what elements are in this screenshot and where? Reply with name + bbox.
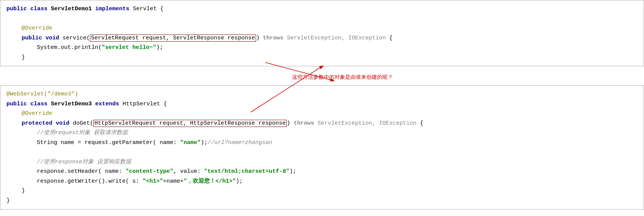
line-doget-method: protected void doGet(HttpServletRequest …: [6, 119, 638, 128]
arrow-area: 这些方法参数中的对象是由谁来创建的呢？: [0, 66, 644, 85]
line-close3: }: [6, 196, 638, 206]
line-class-decl: public class ServletDemo1 implements Ser…: [6, 4, 638, 14]
line-override1: @Override: [6, 23, 638, 33]
line-webservlet: @WebServlet("/demo3"): [6, 89, 638, 99]
line-close1: }: [6, 53, 638, 63]
line-comment-response: //使用response对象 设置响应数据: [6, 157, 638, 167]
line-setheader: response.setHeader( name: "content-type"…: [6, 167, 638, 177]
line-println: System.out.println("servlet hello~");: [6, 43, 638, 53]
line-blank1: [6, 14, 638, 24]
line-blank2: [6, 147, 638, 157]
line-override2: @Override: [6, 109, 638, 119]
chinese-annotation: 这些方法参数中的对象是由谁来创建的呢？: [292, 74, 393, 81]
bottom-code-panel: @WebServlet("/demo3") public class Servl…: [0, 85, 644, 210]
line-getwriter: response.getWriter().write( s: "<h1>"+na…: [6, 177, 638, 186]
line-service-method: public void service(ServletRequest reque…: [6, 33, 638, 43]
line-comment-request: //使用request对象 获取请求数据: [6, 128, 638, 138]
line-class2-decl: public class ServletDemo3 extends HttpSe…: [6, 99, 638, 109]
line-getparam: String name = request.getParameter( name…: [6, 138, 638, 148]
code-wrapper: public class ServletDemo1 implements Ser…: [0, 0, 644, 210]
top-code-panel: public class ServletDemo1 implements Ser…: [0, 0, 644, 66]
line-close2: }: [6, 186, 638, 196]
